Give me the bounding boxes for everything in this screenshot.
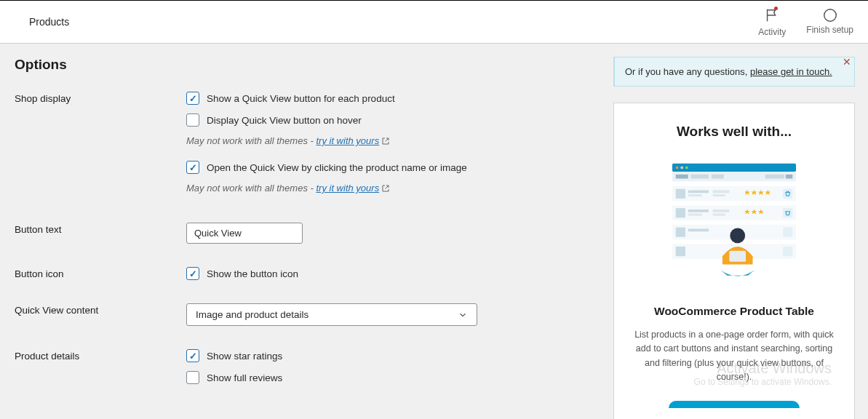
finish-setup-label: Finish setup [806, 25, 853, 35]
button-icon-checkbox[interactable] [186, 267, 199, 280]
button-text-label: Button text [15, 223, 186, 235]
svg-rect-30 [676, 247, 685, 256]
svg-rect-16 [713, 194, 725, 196]
svg-rect-27 [688, 228, 709, 231]
promo-subtitle: WooCommerce Product Table [630, 305, 838, 318]
svg-point-2 [676, 167, 679, 169]
activity-label: Activity [758, 27, 786, 37]
promo-illustration [665, 160, 803, 286]
svg-rect-9 [765, 175, 784, 179]
svg-point-32 [730, 228, 745, 244]
svg-rect-28 [783, 228, 792, 237]
select-value: Image and product details [196, 309, 308, 320]
open-click-label[interactable]: Open the Quick View by clicking the prod… [207, 162, 467, 173]
svg-rect-15 [713, 191, 730, 193]
activity-button[interactable]: Activity [758, 7, 786, 37]
button-icon-check-label[interactable]: Show the button icon [207, 268, 298, 279]
chevron-down-icon [458, 310, 468, 320]
svg-rect-8 [712, 175, 724, 179]
try-theme-link-1[interactable]: try it with yours [316, 135, 379, 146]
svg-rect-19 [676, 208, 685, 218]
svg-rect-22 [713, 210, 730, 212]
flag-icon [764, 7, 780, 25]
svg-rect-23 [713, 214, 725, 216]
svg-rect-21 [688, 214, 702, 216]
product-details-label: Product details [15, 349, 186, 362]
svg-rect-20 [688, 210, 709, 212]
full-reviews-label[interactable]: Show full reviews [207, 372, 282, 383]
sidebar: ✕ Or if you have any questions, please g… [613, 57, 855, 419]
quick-view-content-select[interactable]: Image and product details [186, 303, 477, 326]
open-click-checkbox[interactable] [186, 161, 199, 174]
svg-rect-14 [688, 194, 702, 196]
close-icon[interactable]: ✕ [843, 57, 851, 67]
svg-rect-33 [729, 251, 746, 262]
quick-view-each-label[interactable]: Show a Quick View button for each produc… [207, 93, 395, 104]
svg-rect-12 [676, 189, 685, 199]
star-ratings-checkbox[interactable] [186, 349, 199, 362]
svg-point-3 [680, 167, 683, 169]
svg-rect-1 [672, 164, 796, 172]
quick-view-each-checkbox[interactable] [186, 92, 199, 105]
quick-view-hover-label[interactable]: Display Quick View button on hover [207, 115, 362, 126]
topbar: Products Activity Finish setup [0, 0, 868, 44]
svg-rect-24 [783, 208, 792, 218]
circle-icon [822, 7, 838, 23]
promo-cta-button[interactable] [669, 401, 800, 408]
button-icon-label: Button icon [15, 267, 186, 279]
star-ratings-label[interactable]: Show star ratings [207, 351, 282, 362]
theme-note-2: May not work with all themes - try it wi… [186, 183, 600, 195]
section-heading: Options [15, 57, 600, 73]
button-text-input[interactable] [186, 223, 303, 244]
get-in-touch-link[interactable]: please get in touch. [750, 66, 832, 77]
external-link-icon [381, 184, 390, 195]
page-title: Products [29, 16, 69, 28]
svg-rect-11 [672, 186, 796, 201]
external-link-icon [381, 137, 390, 148]
shop-display-label: Shop display [15, 92, 186, 104]
svg-rect-7 [691, 175, 709, 179]
promo-title: Works well with... [630, 124, 838, 140]
quick-view-hover-checkbox[interactable] [186, 113, 199, 127]
promo-card: Works well with... [613, 103, 855, 419]
svg-rect-31 [783, 247, 792, 256]
svg-point-4 [685, 167, 688, 169]
topbar-actions: Activity Finish setup [758, 7, 853, 37]
svg-rect-26 [676, 228, 685, 237]
finish-setup-button[interactable]: Finish setup [806, 7, 853, 37]
svg-rect-10 [786, 175, 792, 179]
full-reviews-checkbox[interactable] [186, 371, 199, 384]
settings-form: Options Shop display Show a Quick View b… [15, 57, 600, 397]
quick-view-content-label: Quick View content [15, 303, 186, 316]
svg-rect-18 [672, 205, 796, 220]
theme-note-1: May not work with all themes - try it wi… [186, 135, 600, 148]
svg-rect-6 [676, 175, 688, 179]
promo-description: List products in a one-page order form, … [630, 328, 838, 385]
svg-rect-17 [783, 189, 792, 199]
notification-dot [774, 7, 778, 10]
svg-rect-13 [688, 191, 709, 193]
svg-point-0 [824, 9, 836, 21]
contact-notice: ✕ Or if you have any questions, please g… [613, 57, 855, 87]
try-theme-link-2[interactable]: try it with yours [316, 183, 379, 193]
